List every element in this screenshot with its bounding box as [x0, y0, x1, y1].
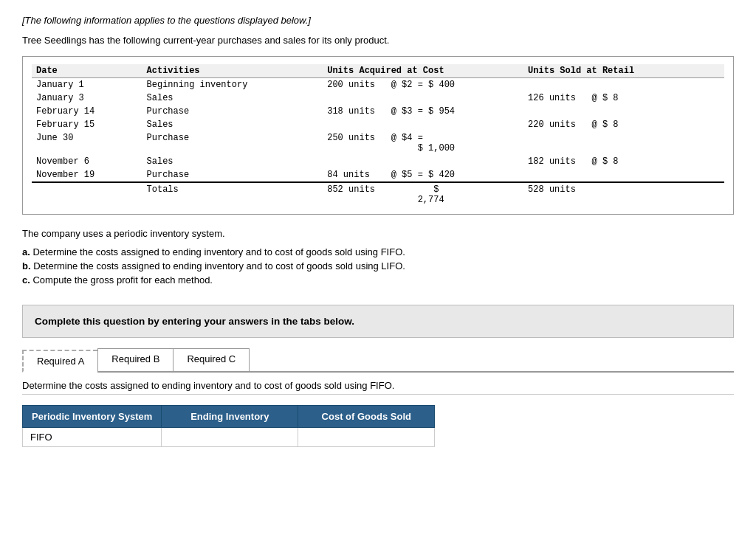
date-cell: November 19 — [32, 168, 142, 182]
sold-cell — [523, 168, 724, 182]
data-table-wrapper: Date Activities Units Acquired at Cost U… — [22, 56, 734, 215]
fifo-label: FIFO — [23, 428, 162, 447]
acquired-cell: 200 units @ $2 = $ 400 — [323, 78, 523, 92]
answer-table: Periodic Inventory System Ending Invento… — [22, 405, 435, 447]
activity-cell: Purchase — [142, 168, 323, 182]
instruction-c: c. Compute the gross profit for each met… — [22, 274, 734, 286]
instruction-a: a. Determine the costs assigned to endin… — [22, 246, 734, 257]
acquired-cell — [323, 91, 523, 105]
answer-row-fifo: FIFO — [23, 428, 435, 447]
acquired-cell — [323, 118, 523, 131]
tab-required-a[interactable]: Required A — [22, 350, 97, 373]
sold-cell: 126 units @ $ 8 — [523, 91, 724, 105]
activity-cell: Totals — [142, 182, 323, 207]
sold-cell — [523, 78, 724, 92]
acquired-cell: 84 units @ $5 = $ 420 — [323, 168, 523, 182]
table-row: January 1 Beginning inventory 200 units … — [32, 78, 724, 92]
tabs-container: Required A Required B Required C — [22, 348, 734, 373]
date-cell: November 6 — [32, 155, 142, 168]
activity-cell: Sales — [142, 155, 323, 168]
description-text: Tree Seedlings has the following current… — [22, 35, 734, 46]
fifo-ending-inventory-cell[interactable] — [162, 428, 298, 447]
header-units-sold: Units Sold at Retail — [523, 64, 724, 78]
header-activities: Activities — [142, 64, 323, 78]
tab-required-c[interactable]: Required C — [173, 348, 250, 371]
tab-description: Determine the costs assigned to ending i… — [22, 380, 734, 395]
header-date: Date — [32, 64, 142, 78]
fifo-cogs-input[interactable] — [298, 428, 434, 446]
fifo-cogs-cell[interactable] — [298, 428, 435, 447]
date-cell: January 1 — [32, 78, 142, 92]
acquired-cell: 250 units @ $4 = $ 1,000 — [323, 131, 523, 155]
instructions-section: a. Determine the costs assigned to endin… — [22, 246, 734, 286]
intro-text: [The following information applies to th… — [22, 15, 734, 26]
activity-cell: Purchase — [142, 105, 323, 118]
date-cell: February 14 — [32, 105, 142, 118]
activity-cell: Purchase — [142, 131, 323, 155]
table-row-totals: Totals 852 units $ 2,774 528 units — [32, 182, 724, 207]
tab-required-b[interactable]: Required B — [97, 348, 173, 371]
periodic-note: The company uses a periodic inventory sy… — [22, 228, 734, 239]
sold-cell: 220 units @ $ 8 — [523, 118, 724, 131]
activity-cell: Beginning inventory — [142, 78, 323, 92]
table-row: January 3 Sales 126 units @ $ 8 — [32, 91, 724, 105]
sold-cell: 528 units — [523, 182, 724, 207]
table-row: February 15 Sales 220 units @ $ 8 — [32, 118, 724, 131]
answer-header-system: Periodic Inventory System — [23, 406, 162, 428]
date-cell: January 3 — [32, 91, 142, 105]
table-row: November 19 Purchase 84 units @ $5 = $ 4… — [32, 168, 724, 182]
sold-cell: 182 units @ $ 8 — [523, 155, 724, 168]
activity-cell: Sales — [142, 118, 323, 131]
date-cell — [32, 182, 142, 207]
table-row: June 30 Purchase 250 units @ $4 = $ 1,00… — [32, 131, 724, 155]
instruction-b: b. Determine the costs assigned to endin… — [22, 260, 734, 271]
table-row: February 14 Purchase 318 units @ $3 = $ … — [32, 105, 724, 118]
acquired-cell: 318 units @ $3 = $ 954 — [323, 105, 523, 118]
answer-header-cogs: Cost of Goods Sold — [298, 406, 435, 428]
date-cell: February 15 — [32, 118, 142, 131]
table-row: November 6 Sales 182 units @ $ 8 — [32, 155, 724, 168]
acquired-cell — [323, 155, 523, 168]
answer-header-ending-inventory: Ending Inventory — [162, 406, 298, 428]
sold-cell — [523, 131, 724, 155]
sold-cell — [523, 105, 724, 118]
complete-box: Complete this question by entering your … — [22, 305, 734, 338]
answer-table-wrapper: Periodic Inventory System Ending Invento… — [22, 405, 734, 447]
acquired-cell: 852 units $ 2,774 — [323, 182, 523, 207]
fifo-ending-inventory-input[interactable] — [162, 428, 298, 446]
date-cell: June 30 — [32, 131, 142, 155]
header-units-acquired: Units Acquired at Cost — [323, 64, 523, 78]
activity-cell: Sales — [142, 91, 323, 105]
inventory-table: Date Activities Units Acquired at Cost U… — [32, 64, 724, 207]
